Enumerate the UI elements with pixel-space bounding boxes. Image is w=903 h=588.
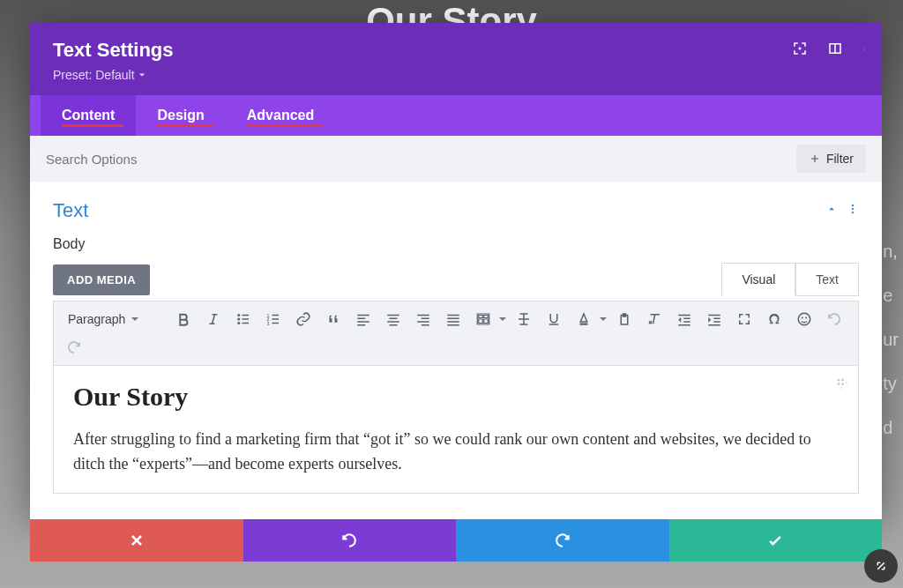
- bg-frag: ty: [883, 361, 899, 406]
- indent-icon[interactable]: [701, 307, 728, 331]
- editor-tab-visual[interactable]: Visual: [721, 263, 795, 296]
- undo-button[interactable]: [243, 519, 457, 562]
- bullet-list-icon[interactable]: [230, 307, 257, 331]
- wysiwyg-toolbar: Paragraph 123: [53, 301, 859, 366]
- format-select[interactable]: Paragraph: [61, 309, 167, 330]
- redo-icon: [554, 532, 571, 549]
- add-media-button[interactable]: ADD MEDIA: [53, 264, 150, 295]
- more-icon[interactable]: [862, 41, 866, 60]
- bg-right-text: n, e ur ty d: [883, 229, 899, 450]
- filter-button[interactable]: Filter: [796, 145, 866, 173]
- svg-point-7: [237, 314, 240, 316]
- bg-frag: ur: [883, 317, 899, 361]
- svg-point-8: [237, 318, 240, 321]
- underline-icon[interactable]: [541, 307, 567, 331]
- svg-point-5: [852, 208, 854, 210]
- plus-icon: [809, 153, 821, 165]
- modal-footer: [30, 519, 882, 562]
- svg-point-19: [838, 383, 840, 385]
- undo-icon: [340, 532, 358, 549]
- split-view-icon[interactable]: [827, 41, 843, 60]
- svg-point-1: [864, 48, 865, 48]
- section-title: Text: [53, 199, 88, 222]
- section-controls: [825, 203, 859, 219]
- section-more-icon[interactable]: [847, 203, 859, 219]
- align-right-icon[interactable]: [410, 307, 437, 331]
- undo-icon[interactable]: [821, 307, 847, 331]
- bold-icon[interactable]: [170, 307, 197, 331]
- tab-content[interactable]: Content: [41, 95, 136, 136]
- svg-point-3: [864, 49, 865, 50]
- body-label: Body: [53, 236, 859, 252]
- svg-point-4: [852, 205, 854, 206]
- svg-point-18: [841, 379, 844, 382]
- redo-button[interactable]: [456, 519, 669, 562]
- content-paragraph[interactable]: After struggling to find a marketing fir…: [73, 428, 839, 477]
- svg-point-0: [799, 48, 802, 50]
- bg-frag: d: [883, 406, 899, 450]
- strikethrough-icon[interactable]: [511, 307, 537, 331]
- modal-header: Text Settings Preset: Default: [30, 23, 882, 95]
- bg-frag: e: [883, 273, 899, 317]
- collapse-icon[interactable]: [825, 203, 838, 219]
- align-left-icon[interactable]: [350, 307, 377, 331]
- editor-mode-tabs: Visual Text: [721, 263, 859, 296]
- caret-down-icon: [131, 315, 139, 324]
- outdent-icon[interactable]: [671, 307, 698, 331]
- settings-tabs: Content Design Advanced: [30, 95, 882, 136]
- svg-point-9: [237, 322, 240, 324]
- preset-label: Preset: Default: [53, 68, 135, 82]
- section-header: Text: [53, 199, 859, 222]
- search-row: Filter: [30, 136, 882, 182]
- svg-point-17: [838, 379, 840, 382]
- quote-icon[interactable]: [320, 307, 347, 331]
- numbered-list-icon[interactable]: 123: [260, 307, 287, 331]
- paste-icon[interactable]: [611, 307, 638, 331]
- caret-down-icon: [138, 71, 146, 78]
- resize-icon: [873, 558, 889, 574]
- resize-handle[interactable]: [864, 549, 898, 583]
- fullscreen-icon[interactable]: [731, 307, 757, 331]
- text-settings-modal: Text Settings Preset: Default Content De…: [30, 23, 882, 519]
- svg-text:3: 3: [267, 321, 270, 326]
- focus-icon[interactable]: [792, 41, 808, 60]
- media-row: ADD MEDIA Visual Text: [53, 263, 859, 296]
- emoji-icon[interactable]: [791, 307, 817, 331]
- text-color-dropdown[interactable]: [571, 307, 608, 331]
- align-justify-icon[interactable]: [440, 307, 466, 331]
- svg-point-20: [841, 383, 844, 385]
- editor-options-icon[interactable]: [833, 375, 849, 394]
- editor-tab-text[interactable]: Text: [795, 263, 859, 296]
- svg-rect-13: [580, 324, 588, 325]
- content-heading[interactable]: Our Story: [73, 382, 839, 412]
- cancel-button[interactable]: [30, 519, 243, 562]
- check-icon: [766, 532, 784, 549]
- bg-frag: n,: [883, 229, 899, 273]
- special-character-icon[interactable]: [761, 307, 787, 331]
- modal-title: Text Settings: [53, 39, 859, 62]
- svg-point-2: [864, 48, 865, 49]
- filter-label: Filter: [826, 152, 854, 166]
- svg-point-16: [805, 317, 807, 319]
- tab-design[interactable]: Design: [136, 95, 225, 136]
- format-select-label: Paragraph: [68, 312, 125, 326]
- save-button[interactable]: [669, 519, 883, 562]
- tab-advanced[interactable]: Advanced: [226, 95, 335, 136]
- svg-point-15: [802, 317, 803, 319]
- redo-icon[interactable]: [61, 335, 87, 360]
- table-dropdown[interactable]: [470, 307, 507, 331]
- header-icons: [792, 41, 866, 60]
- italic-icon[interactable]: [200, 307, 227, 331]
- clear-formatting-icon[interactable]: [641, 307, 668, 331]
- editor-body[interactable]: Our Story After struggling to find a mar…: [53, 366, 859, 494]
- search-input[interactable]: [46, 146, 786, 172]
- link-icon[interactable]: [290, 307, 317, 331]
- svg-point-14: [798, 313, 810, 325]
- preset-dropdown[interactable]: Preset: Default: [53, 68, 146, 82]
- svg-point-6: [852, 212, 854, 213]
- close-icon: [128, 532, 146, 549]
- content-area: Text Body ADD MEDIA Visual Text Paragrap…: [30, 182, 882, 519]
- align-center-icon[interactable]: [380, 307, 407, 331]
